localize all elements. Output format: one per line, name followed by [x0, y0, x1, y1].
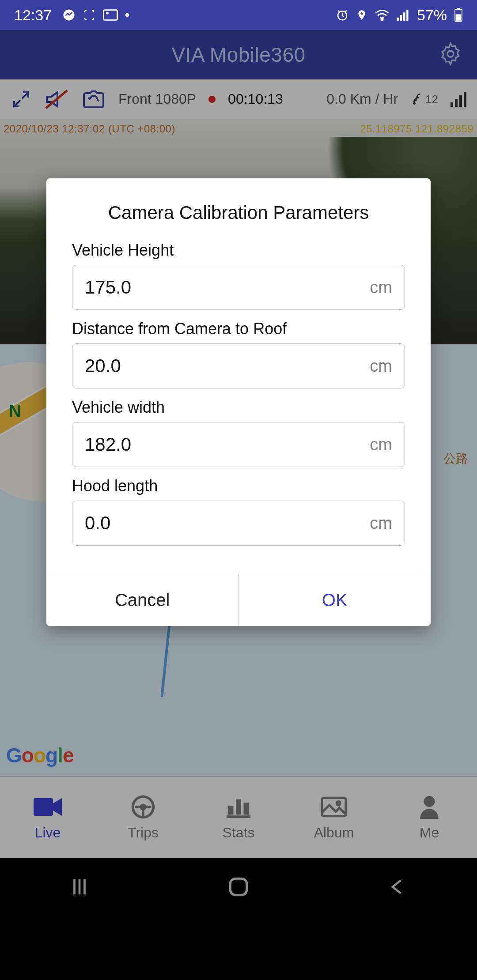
svg-rect-13: [456, 14, 462, 20]
field-vehicle-width: Vehicle width 182.0 cm: [72, 398, 405, 467]
dialog-form: Vehicle Height 175.0 cm Distance from Ca…: [46, 241, 431, 574]
status-left-cluster: 12:37: [14, 7, 129, 24]
vehicle-height-input[interactable]: 175.0 cm: [72, 265, 405, 310]
svg-rect-10: [406, 10, 408, 21]
svg-point-3: [125, 13, 129, 17]
svg-point-6: [381, 19, 383, 20]
status-time: 12:37: [14, 7, 52, 24]
field-label: Hood length: [72, 477, 405, 495]
dot-icon: [125, 13, 129, 17]
vehicle-width-input[interactable]: 182.0 cm: [72, 422, 405, 467]
input-unit: cm: [370, 357, 392, 376]
location-icon: [356, 8, 367, 22]
svg-point-5: [360, 12, 363, 15]
cancel-button[interactable]: Cancel: [46, 574, 239, 626]
battery-text: 57%: [417, 7, 447, 24]
camera-to-roof-input[interactable]: 20.0 cm: [72, 343, 405, 388]
input-unit: cm: [370, 514, 392, 533]
input-unit: cm: [370, 278, 392, 297]
hood-length-input[interactable]: 0.0 cm: [72, 501, 405, 546]
field-vehicle-height: Vehicle Height 175.0 cm: [72, 241, 405, 310]
alarm-icon: [336, 8, 349, 22]
svg-rect-12: [457, 8, 460, 9]
wifi-icon: [375, 9, 390, 21]
dialog-title: Camera Calibration Parameters: [46, 178, 431, 241]
input-unit: cm: [370, 435, 392, 454]
svg-rect-8: [400, 15, 402, 21]
battery-icon: [454, 8, 463, 22]
svg-rect-1: [104, 10, 117, 20]
field-label: Distance from Camera to Roof: [72, 320, 405, 338]
app-root: 12:37: [0, 0, 477, 980]
field-camera-to-roof: Distance from Camera to Roof 20.0 cm: [72, 320, 405, 388]
messenger-icon: [62, 8, 76, 22]
field-label: Vehicle width: [72, 398, 405, 417]
dialog-actions: Cancel OK: [46, 574, 431, 626]
scan-icon: [83, 8, 96, 22]
status-right-cluster: 57%: [336, 7, 463, 24]
svg-rect-7: [397, 18, 398, 21]
landscape-icon: [103, 9, 118, 21]
input-value[interactable]: 0.0: [85, 513, 370, 534]
input-value[interactable]: 20.0: [85, 355, 370, 377]
cell-icon: [397, 9, 410, 21]
svg-rect-9: [403, 12, 405, 21]
input-value[interactable]: 182.0: [85, 434, 370, 455]
input-value[interactable]: 175.0: [85, 277, 370, 298]
calibration-dialog: Camera Calibration Parameters Vehicle He…: [46, 178, 431, 626]
svg-point-2: [107, 12, 108, 14]
status-bar: 12:37: [0, 0, 477, 30]
field-label: Vehicle Height: [72, 241, 405, 260]
field-hood-length: Hood length 0.0 cm: [72, 477, 405, 546]
ok-button[interactable]: OK: [239, 574, 431, 626]
